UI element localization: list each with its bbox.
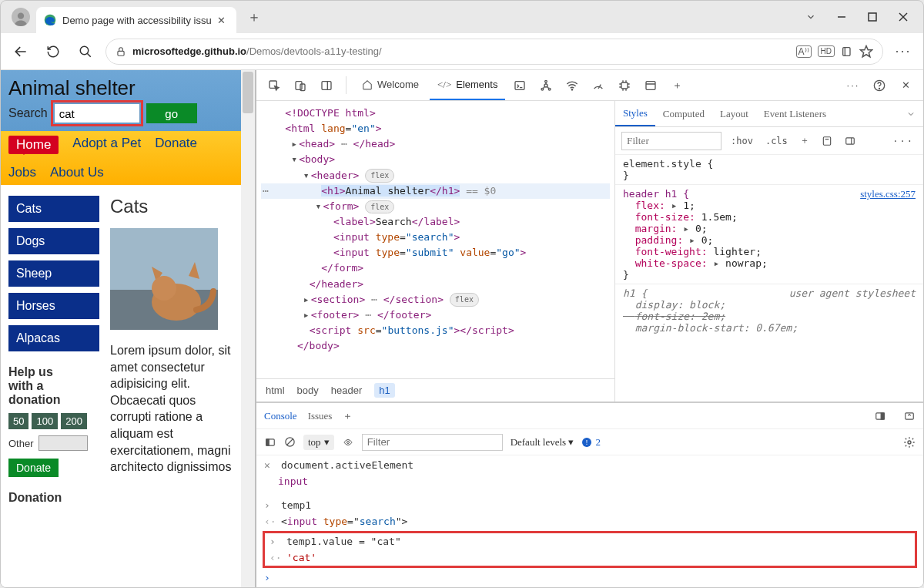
help-icon[interactable] xyxy=(868,70,891,100)
favorite-icon[interactable] xyxy=(859,45,873,59)
sources-icon[interactable] xyxy=(534,70,557,100)
window-close-button[interactable] xyxy=(888,4,919,30)
other-amount-input[interactable] xyxy=(38,435,88,451)
svg-point-16 xyxy=(152,276,176,301)
plus-icon[interactable]: ＋ xyxy=(343,409,353,423)
address-bar[interactable]: microsoftedge.github.io/Demos/devtools-a… xyxy=(105,39,883,65)
drawer-tab-issues[interactable]: Issues xyxy=(308,410,333,422)
svg-rect-54 xyxy=(266,438,270,445)
breadcrumb-item[interactable]: header xyxy=(331,385,362,396)
svg-line-29 xyxy=(543,86,545,89)
device-icon[interactable] xyxy=(289,70,312,100)
dom-tree[interactable]: <!DOCTYPE html> <html lang="en"> ▸<head>… xyxy=(256,101,614,378)
close-icon[interactable]: ✕ xyxy=(264,459,275,471)
read-aloud-icon[interactable]: A⁾⁾ xyxy=(796,45,812,58)
chevron-down-icon[interactable] xyxy=(899,101,923,126)
styles-filter-input[interactable] xyxy=(621,132,721,150)
donation-section-heading: Donation xyxy=(8,491,99,505)
collections-icon[interactable] xyxy=(841,45,853,58)
page-body: Cats Dogs Sheep Horses Alpacas Help us w… xyxy=(1,185,241,519)
console-output[interactable]: ✕document.activeElement input ›temp1 ‹· … xyxy=(256,455,923,587)
issues-badge[interactable]: !2 xyxy=(581,436,601,449)
breadcrumb-item[interactable]: html xyxy=(266,385,285,396)
hd-icon[interactable]: HD xyxy=(818,45,835,57)
breadcrumb-item-selected[interactable]: h1 xyxy=(374,383,394,398)
stylesheet-link[interactable]: styles.css:257 xyxy=(860,188,916,200)
sidebar-item[interactable]: Dogs xyxy=(8,228,99,254)
sidebar-item[interactable]: Alpacas xyxy=(8,325,99,351)
devtools-more-icon[interactable]: ··· xyxy=(842,70,865,100)
clear-console-icon[interactable] xyxy=(284,436,296,448)
window-maximize-button[interactable] xyxy=(857,4,888,30)
profile-avatar[interactable] xyxy=(12,8,30,26)
main-content: Cats Lorem ipsum dolor, sit amet consect… xyxy=(110,196,233,511)
cls-toggle[interactable]: .cls xyxy=(762,136,791,146)
go-button[interactable]: go xyxy=(146,103,197,123)
console-tab-icon[interactable] xyxy=(508,70,531,100)
highlight-box: ›temp1.value = "cat" ‹·'cat' xyxy=(263,531,917,568)
console-filter-input[interactable] xyxy=(362,434,503,451)
styles-tab-layout[interactable]: Layout xyxy=(712,101,756,126)
sidebar-toggle-icon[interactable] xyxy=(264,437,276,448)
search-icon[interactable] xyxy=(73,39,98,64)
svg-line-30 xyxy=(547,86,550,89)
nav-home[interactable]: Home xyxy=(8,136,59,154)
svg-rect-48 xyxy=(846,137,855,143)
live-expression-icon[interactable] xyxy=(342,438,354,447)
drawer-tabs: Console Issues ＋ xyxy=(256,403,923,429)
donation-chip[interactable]: 100 xyxy=(32,413,58,429)
donation-chip[interactable]: 50 xyxy=(8,413,28,429)
toggle-panel-icon[interactable] xyxy=(842,136,859,146)
browser-tab[interactable]: Demo page with accessibility issu ✕ xyxy=(36,7,236,33)
nav-about[interactable]: About Us xyxy=(50,165,104,180)
panel-icon[interactable] xyxy=(315,70,338,100)
donation-chip[interactable]: 200 xyxy=(61,413,87,429)
dock-icon[interactable] xyxy=(874,411,886,422)
tab-welcome[interactable]: Welcome xyxy=(354,70,427,100)
page-scrollbar[interactable] xyxy=(241,70,255,587)
more-button[interactable]: ··· xyxy=(891,39,916,64)
edge-favicon xyxy=(44,14,56,26)
new-tab-button[interactable]: ＋ xyxy=(241,4,267,30)
cat-image xyxy=(110,228,218,330)
new-style-icon[interactable]: ＋ xyxy=(797,134,812,147)
styles-tab-event[interactable]: Event Listeners xyxy=(756,101,834,126)
expand-icon[interactable] xyxy=(903,411,916,422)
performance-icon[interactable] xyxy=(587,70,610,100)
sidebar-item[interactable]: Sheep xyxy=(8,260,99,287)
devtools-close-icon[interactable]: ✕ xyxy=(894,70,917,100)
tab-elements[interactable]: </>Elements xyxy=(430,70,505,100)
network-icon[interactable] xyxy=(561,70,584,100)
tab-close-icon[interactable]: ✕ xyxy=(214,15,229,26)
breadcrumb-item[interactable]: body xyxy=(297,385,319,396)
nav-adopt[interactable]: Adopt a Pet xyxy=(72,136,141,154)
window-minimize-button[interactable] xyxy=(826,4,857,30)
browser-window: Demo page with accessibility issu ✕ ＋ mi… xyxy=(0,0,924,588)
styles-more-icon[interactable]: ··· xyxy=(889,136,917,146)
sidebar-item[interactable]: Cats xyxy=(8,196,99,222)
nav-donate[interactable]: Donate xyxy=(155,136,197,154)
inspect-icon[interactable] xyxy=(263,70,286,100)
sidebar-item[interactable]: Horses xyxy=(8,293,99,319)
back-button[interactable] xyxy=(8,39,33,64)
chevron-down-icon[interactable] xyxy=(795,4,826,30)
memory-icon[interactable] xyxy=(613,70,636,100)
donate-button[interactable]: Donate xyxy=(8,459,59,477)
reload-button[interactable] xyxy=(41,39,65,64)
computed-icon[interactable] xyxy=(819,136,835,146)
nav-jobs[interactable]: Jobs xyxy=(8,165,36,180)
search-input[interactable] xyxy=(54,103,140,123)
drawer-tab-console[interactable]: Console xyxy=(264,410,297,422)
hov-toggle[interactable]: :hov xyxy=(728,136,756,146)
context-selector[interactable]: top ▾ xyxy=(303,435,334,450)
log-levels[interactable]: Default levels ▾ xyxy=(511,436,574,449)
search-box-wrap xyxy=(54,103,140,123)
styles-tab-computed[interactable]: Computed xyxy=(655,101,712,126)
styles-tab-styles[interactable]: Styles xyxy=(615,101,655,126)
settings-icon[interactable] xyxy=(903,436,916,449)
application-icon[interactable] xyxy=(639,70,662,100)
content-area: Animal shelter Search go Home Adopt a Pe… xyxy=(1,70,923,587)
plus-icon[interactable]: ＋ xyxy=(665,70,688,100)
breadcrumb[interactable]: html body header h1 xyxy=(256,378,614,402)
styles-rules[interactable]: element.style { } styles.css:257header h… xyxy=(615,155,923,402)
